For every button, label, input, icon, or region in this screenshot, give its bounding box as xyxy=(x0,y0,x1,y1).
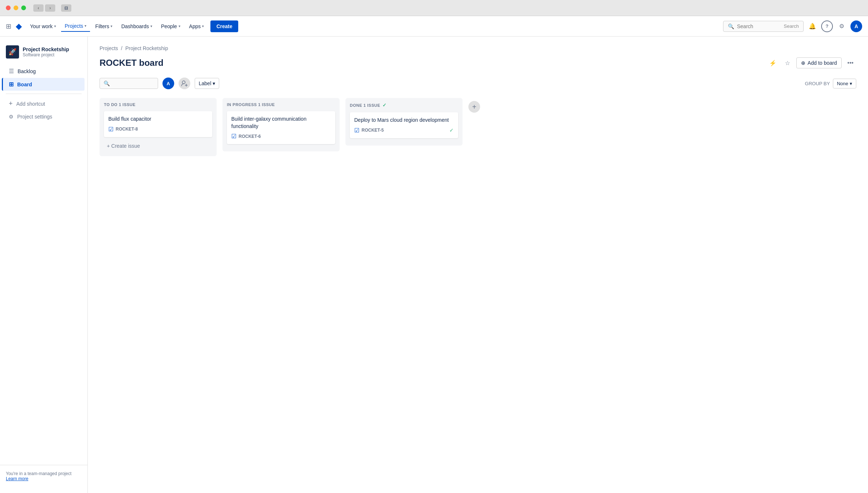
add-column-button[interactable]: + xyxy=(468,101,480,113)
backlog-icon: ☰ xyxy=(9,68,14,75)
current-user-avatar[interactable]: A xyxy=(162,78,174,89)
issue-key: ROCKET-5 xyxy=(362,128,384,133)
sidebar-divider xyxy=(6,94,82,94)
issue-checkbox-icon: ☑ xyxy=(231,133,236,140)
search-input[interactable] xyxy=(737,23,781,29)
column-done: DONE 1 ISSUE ✓ Deploy to Mars cloud regi… xyxy=(345,98,463,146)
page-title: ROCKET board xyxy=(100,58,164,68)
issue-key: ROCKET-8 xyxy=(116,127,138,132)
board-search[interactable]: 🔍 xyxy=(100,78,158,89)
project-name: Project Rocketship xyxy=(23,46,69,52)
sidebar-footer: You're in a team-managed project Learn m… xyxy=(0,465,87,487)
search-icon: 🔍 xyxy=(104,80,110,86)
nav-your-work[interactable]: Your work ▾ xyxy=(26,21,60,31)
app-body: 🚀 Project Rocketship Software project ☰ … xyxy=(0,37,868,493)
breadcrumb-projects[interactable]: Projects xyxy=(100,45,118,51)
sidebar-add-shortcut[interactable]: + Add shortcut xyxy=(3,97,85,110)
settings-button[interactable]: ⚙ xyxy=(836,20,848,32)
chevron-down-icon: ▾ xyxy=(54,24,56,28)
board-icon: ⊞ xyxy=(9,81,14,88)
column-done-header: DONE 1 ISSUE ✓ xyxy=(350,102,458,108)
topnav: ⊞ ◆ Your work ▾ Projects ▾ Filters ▾ Das… xyxy=(0,16,868,37)
issue-checkbox-icon: ☑ xyxy=(354,127,359,134)
sidebar: 🚀 Project Rocketship Software project ☰ … xyxy=(0,37,88,493)
nav-apps[interactable]: Apps ▾ xyxy=(186,21,208,31)
issue-card-rocket-5[interactable]: Deploy to Mars cloud region development … xyxy=(350,112,458,138)
issue-key: ROCKET-6 xyxy=(239,134,261,139)
sidebar-nav: ☰ Backlog ⊞ Board + Add shortcut ⚙ Proje… xyxy=(0,64,87,465)
sidebar-label-board: Board xyxy=(17,82,32,87)
breadcrumb: Projects / Project Rocketship xyxy=(100,45,856,51)
column-inprogress: IN PROGRESS 1 ISSUE Build inter-galaxy c… xyxy=(222,98,340,151)
grid-icon[interactable]: ⊞ xyxy=(6,22,11,30)
breadcrumb-current: Project Rocketship xyxy=(125,45,168,51)
chevron-down-icon: ▾ xyxy=(850,81,852,86)
notifications-button[interactable]: 🔔 xyxy=(807,20,818,32)
user-avatar[interactable]: A xyxy=(850,20,862,32)
chevron-down-icon: ▾ xyxy=(179,24,180,28)
group-by-select[interactable]: None ▾ xyxy=(833,79,856,89)
more-options-button[interactable]: ••• xyxy=(845,57,856,69)
sidebar-label-backlog: Backlog xyxy=(18,68,36,74)
nav-projects[interactable]: Projects ▾ xyxy=(61,21,90,32)
column-todo: TO DO 1 ISSUE Build flux capacitor ☑ ROC… xyxy=(100,98,217,156)
project-settings-label: Project settings xyxy=(17,114,52,120)
add-to-board-button[interactable]: ⊕ Add to board xyxy=(796,57,842,68)
board-toolbar: 🔍 A Label ▾ GRO xyxy=(100,78,856,89)
project-type: Software project xyxy=(23,52,69,57)
label-filter-button[interactable]: Label ▾ xyxy=(195,78,219,89)
svg-point-0 xyxy=(182,81,185,84)
chevron-down-icon: ▾ xyxy=(202,24,204,28)
sidebar-project[interactable]: 🚀 Project Rocketship Software project xyxy=(0,42,87,64)
page-actions: ⚡ ☆ ⊕ Add to board ••• xyxy=(767,57,856,69)
add-member-button[interactable] xyxy=(179,78,190,89)
issue-meta: ☑ ROCKET-5 ✓ xyxy=(354,127,454,134)
create-issue-button[interactable]: + Create issue xyxy=(104,140,212,152)
settings-icon: ⚙ xyxy=(9,114,14,120)
add-shortcut-icon: + xyxy=(9,100,13,108)
search-icon: 🔍 xyxy=(728,23,734,29)
board-search-input[interactable] xyxy=(112,80,154,86)
sidebar-item-backlog[interactable]: ☰ Backlog xyxy=(3,65,85,78)
mac-back-btn[interactable]: ‹ xyxy=(33,4,44,12)
page-header: ROCKET board ⚡ ☆ ⊕ Add to board ••• xyxy=(100,57,856,69)
mac-close-btn[interactable] xyxy=(6,5,11,10)
chevron-down-icon: ▾ xyxy=(111,24,112,28)
column-todo-header: TO DO 1 ISSUE xyxy=(104,102,212,107)
lightning-button[interactable]: ⚡ xyxy=(767,57,779,69)
issue-meta: ☑ ROCKET-8 xyxy=(108,126,208,133)
add-shortcut-label: Add shortcut xyxy=(16,101,45,107)
learn-more-link[interactable]: Learn more xyxy=(6,476,28,481)
column-inprogress-header: IN PROGRESS 1 ISSUE xyxy=(227,102,335,107)
jira-logo[interactable]: ◆ xyxy=(16,22,22,31)
sidebar-project-settings[interactable]: ⚙ Project settings xyxy=(3,111,85,123)
main-content: Projects / Project Rocketship ROCKET boa… xyxy=(88,37,868,493)
star-button[interactable]: ☆ xyxy=(782,57,793,69)
mac-forward-btn[interactable]: › xyxy=(45,4,55,12)
chevron-down-icon: ▾ xyxy=(85,24,86,28)
project-info: Project Rocketship Software project xyxy=(23,46,69,57)
add-to-board-icon: ⊕ xyxy=(801,60,805,66)
done-check-icon: ✓ xyxy=(382,102,387,108)
issue-card-rocket-6[interactable]: Build inter-galaxy communication functio… xyxy=(227,111,335,144)
search-box[interactable]: 🔍 Search xyxy=(723,21,804,32)
nav-people[interactable]: People ▾ xyxy=(157,21,184,31)
help-button[interactable]: ? xyxy=(821,20,833,32)
mac-minimize-btn[interactable] xyxy=(14,5,18,10)
mac-sidebar-btn[interactable]: ⊟ xyxy=(61,4,71,12)
project-icon: 🚀 xyxy=(6,45,19,59)
issue-card-rocket-8[interactable]: Build flux capacitor ☑ ROCKET-8 xyxy=(104,111,212,137)
issue-checkbox-icon: ☑ xyxy=(108,126,113,133)
group-by-control: GROUP BY None ▾ xyxy=(805,79,856,89)
sidebar-item-board[interactable]: ⊞ Board xyxy=(2,78,85,91)
mac-titlebar: ‹ › ⊟ xyxy=(0,0,868,16)
mac-maximize-btn[interactable] xyxy=(21,5,26,10)
issue-meta: ☑ ROCKET-6 xyxy=(231,133,331,140)
issue-done-check-icon: ✓ xyxy=(449,127,454,133)
board-columns: TO DO 1 ISSUE Build flux capacitor ☑ ROC… xyxy=(100,98,856,156)
chevron-down-icon: ▾ xyxy=(213,80,215,86)
create-button[interactable]: Create xyxy=(210,20,238,32)
nav-filters[interactable]: Filters ▾ xyxy=(91,21,116,31)
nav-dashboards[interactable]: Dashboards ▾ xyxy=(117,21,156,31)
chevron-down-icon: ▾ xyxy=(150,24,152,28)
